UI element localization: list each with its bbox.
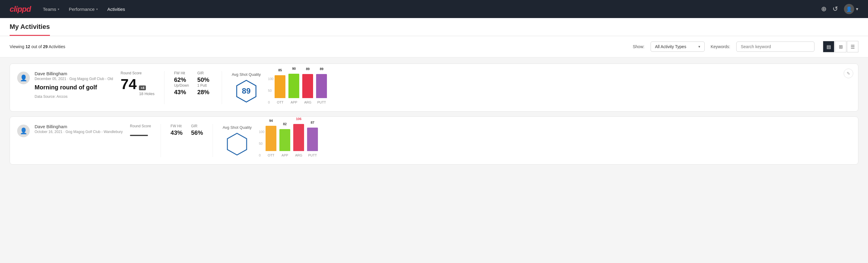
data-source: Data Source: Arccos xyxy=(35,94,114,99)
nav-activities[interactable]: Activities xyxy=(107,7,125,12)
chevron-down-icon: ▾ xyxy=(856,6,858,12)
avatar: 👤 xyxy=(17,71,30,84)
vertical-divider xyxy=(161,124,161,157)
bar-putt-fill xyxy=(307,127,318,151)
activity-type-dropdown[interactable]: All Activity Types ▾ xyxy=(651,41,705,52)
svg-marker-1 xyxy=(227,133,247,155)
bar-arg-label: ARG xyxy=(295,153,302,157)
bar-putt-value: 89 xyxy=(320,67,323,71)
viewing-count-text: Viewing 12 out of 29 Activities xyxy=(10,44,627,49)
view-grid-button[interactable]: ⊞ xyxy=(835,41,846,52)
hexagon-container xyxy=(223,132,252,156)
edit-button[interactable]: ✎ xyxy=(844,68,853,78)
hexagon-chart: 89 xyxy=(234,79,258,103)
score-big: 74 +4 18 Holes xyxy=(121,77,155,96)
card-user-info: Dave Billingham December 05, 2021 · Gog … xyxy=(35,71,114,99)
user-menu-button[interactable]: 👤 ▾ xyxy=(844,4,858,14)
view-toggle: ▤ ⊞ ☰ xyxy=(823,41,858,52)
chevron-down-icon: ▾ xyxy=(96,7,98,11)
user-name: Dave Billingham xyxy=(35,71,114,76)
user-name: Dave Billingham xyxy=(35,124,123,129)
round-score-label: Round Score xyxy=(121,71,155,75)
bar-app-fill xyxy=(279,129,290,151)
score-holes: 18 Holes xyxy=(139,91,154,96)
filters-bar: Viewing 12 out of 29 Activities Show: Al… xyxy=(0,36,868,57)
avg-shot-label: Avg Shot Quality xyxy=(231,72,261,77)
bar-chart: 100 50 0 94 OTT 82 APP xyxy=(259,124,318,157)
fw-hit-label: FW Hit xyxy=(174,71,189,75)
bar-app: 82 APP xyxy=(279,122,290,157)
one-putt-value: 28% xyxy=(197,89,212,96)
activity-card: ✎ 👤 Dave Billingham December 05, 2021 · … xyxy=(10,63,858,112)
viewing-total: 29 xyxy=(43,44,48,49)
main-nav: Teams ▾ Performance ▾ Activities xyxy=(43,7,125,12)
bar-ott: 85 OTT xyxy=(275,68,285,104)
bar-app: 90 APP xyxy=(288,67,299,104)
avatar: 👤 xyxy=(17,124,30,137)
bars-container: 94 OTT 82 APP 106 ARG 8 xyxy=(266,124,318,157)
gir-label: GIR xyxy=(197,71,212,75)
bar-ott-fill xyxy=(275,75,285,98)
nav-teams[interactable]: Teams ▾ xyxy=(43,7,59,12)
bar-arg-fill xyxy=(293,124,304,151)
score-badge: +4 xyxy=(139,85,146,90)
activity-title: Morning round of golf xyxy=(35,84,114,91)
bar-ott-value: 85 xyxy=(278,68,282,72)
gir-group: GIR 50% xyxy=(197,71,212,83)
bar-app-value: 82 xyxy=(283,122,287,126)
header-left: clippd Teams ▾ Performance ▾ Activities xyxy=(10,4,125,14)
activity-card: 👤 Dave Billingham October 16, 2021 · Gog… xyxy=(10,116,858,165)
bar-arg-value: 106 xyxy=(296,117,301,121)
logo: clippd xyxy=(10,4,31,14)
list-compact-icon: ▤ xyxy=(827,44,831,50)
hexagon-container: 89 xyxy=(231,79,261,103)
bar-putt-value: 87 xyxy=(311,121,314,124)
bar-ott-fill xyxy=(266,126,276,151)
vertical-divider xyxy=(164,71,164,104)
chevron-down-icon: ▾ xyxy=(699,45,700,49)
bar-app-label: APP xyxy=(290,100,297,104)
gir-value: 56% xyxy=(191,129,203,136)
viewing-prefix: Viewing xyxy=(10,44,26,49)
bar-arg-label: ARG xyxy=(304,100,311,104)
bar-chart: 100 50 0 85 OTT 90 APP xyxy=(268,71,327,104)
activity-type-value: All Activity Types xyxy=(655,44,686,49)
vertical-divider xyxy=(222,71,222,104)
one-putt-label: 1 Putt xyxy=(197,83,212,88)
avg-shot-label: Avg Shot Quality xyxy=(223,125,252,130)
activity-date: October 16, 2021 · Gog Magog Golf Club -… xyxy=(35,130,123,134)
avatar: 👤 xyxy=(844,4,854,14)
y-label-100: 100 xyxy=(268,77,273,81)
up-down-label: Up/Down xyxy=(174,83,189,88)
card-left: 👤 Dave Billingham October 16, 2021 · Gog… xyxy=(17,124,123,137)
view-compact-button[interactable]: ▤ xyxy=(823,41,834,52)
page-title-bar: My Activities xyxy=(0,18,868,36)
bar-ott: 94 OTT xyxy=(266,119,276,157)
chart-y-labels: 100 50 0 xyxy=(259,130,265,157)
card-left: 👤 Dave Billingham December 05, 2021 · Go… xyxy=(17,71,114,99)
vertical-divider xyxy=(213,124,213,157)
gir-value: 50% xyxy=(197,77,212,83)
y-label-50: 50 xyxy=(268,89,273,92)
viewing-count: 12 xyxy=(26,44,30,49)
header-right: ⊕ ↺ 👤 ▾ xyxy=(821,4,858,14)
header: clippd Teams ▾ Performance ▾ Activities … xyxy=(0,0,868,18)
add-icon[interactable]: ⊕ xyxy=(821,5,827,13)
search-input[interactable] xyxy=(736,41,814,52)
up-down-value: 43% xyxy=(174,89,189,96)
refresh-icon[interactable]: ↺ xyxy=(833,5,838,13)
nav-performance[interactable]: Performance ▾ xyxy=(69,7,98,12)
gir-label: GIR xyxy=(191,124,203,128)
bar-arg-value: 89 xyxy=(306,67,309,71)
view-list-button[interactable]: ☰ xyxy=(847,41,858,52)
viewing-middle: out of xyxy=(30,44,43,49)
hexagon-chart xyxy=(225,132,249,156)
activity-date: December 05, 2021 · Gog Magog Golf Club … xyxy=(35,77,114,81)
page-title: My Activities xyxy=(10,23,50,36)
bar-app-fill xyxy=(288,74,299,98)
bar-arg-fill xyxy=(302,74,313,98)
bar-putt-label: PUTT xyxy=(308,153,317,157)
fw-hit-value: 62% xyxy=(174,77,189,83)
bar-arg: 89 ARG xyxy=(302,67,313,104)
bar-app-value: 90 xyxy=(292,67,296,70)
